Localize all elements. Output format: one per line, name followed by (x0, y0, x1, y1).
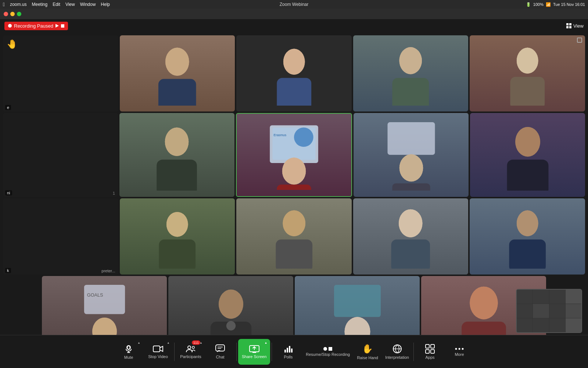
apps-button[interactable]: Apps (415, 339, 445, 365)
video-icon (153, 345, 163, 353)
tile-10 (470, 113, 585, 197)
svg-rect-36 (391, 240, 430, 269)
share-screen-button[interactable]: ▲ Share Screen (238, 339, 270, 365)
svg-point-28 (515, 127, 540, 157)
chat-button[interactable]: Chat (205, 339, 235, 365)
mini-cell-6 (533, 304, 549, 318)
more-button[interactable]: More (445, 339, 474, 365)
video-row-2: ni 1 Erasmus (3, 113, 585, 197)
svg-point-5 (283, 49, 305, 74)
stop-video-label: Stop Video (148, 354, 168, 359)
recording-label: Recording Paused (14, 23, 53, 29)
participants-count-badge: 111 (192, 340, 200, 345)
participant-3-video (262, 41, 326, 106)
tile-1: 🤚 e (3, 35, 118, 112)
top-bar: Recording Paused View (0, 19, 588, 32)
menu-view[interactable]: View (65, 2, 75, 7)
view-label: View (573, 23, 584, 29)
tile-3 (236, 35, 352, 112)
menu-edit[interactable]: Edit (53, 2, 60, 7)
stop-video-button[interactable]: ▲ Stop Video (143, 339, 173, 365)
participant-8-video: Erasmus (262, 120, 326, 190)
recording-badge: Recording Paused (4, 22, 68, 30)
svg-point-40 (517, 210, 538, 236)
minimize-button[interactable] (10, 12, 15, 16)
toolbar-sep-3 (272, 343, 272, 361)
recording-icons (323, 347, 332, 351)
participant-2-video (146, 41, 209, 106)
svg-point-8 (399, 47, 422, 74)
recording-stop-button[interactable] (61, 24, 64, 28)
mini-cell-9 (517, 318, 533, 332)
fullscreen-icon (577, 38, 582, 43)
recording-play-button[interactable] (55, 24, 59, 28)
close-button[interactable] (4, 12, 8, 16)
svg-rect-13 (157, 160, 197, 191)
interpretation-button[interactable]: Interpretation (382, 339, 412, 365)
share-caret[interactable]: ▲ (264, 341, 267, 344)
svg-rect-33 (276, 240, 312, 269)
svg-text:GOALS: GOALS (87, 292, 103, 298)
menu-meeting[interactable]: Meeting (32, 2, 47, 7)
svg-rect-7 (392, 78, 429, 106)
menu-window[interactable]: Window (80, 2, 96, 7)
wifi-icon: 📶 (546, 2, 551, 7)
toolbar: ▲ Mute ▲ Stop Video ▲ 111 Participants (0, 335, 588, 368)
recording-button[interactable]: Resume/Stop Recording (303, 339, 353, 365)
participant-4-video (379, 41, 442, 106)
svg-rect-22 (387, 122, 435, 155)
tile-11-extra: preter... (101, 269, 115, 273)
polls-label: Polls (284, 355, 293, 359)
menu-help[interactable]: Help (101, 2, 110, 7)
more-icon (455, 347, 464, 351)
view-button[interactable]: View (566, 23, 584, 29)
svg-rect-41 (84, 285, 125, 314)
mini-cell-10 (533, 318, 549, 332)
participant-7-video (145, 119, 208, 190)
tile-15 (470, 198, 585, 275)
clock: Tue 15 Nov 16:01 (553, 2, 585, 7)
mute-icon (124, 344, 133, 354)
participants-icon (186, 345, 196, 353)
apps-icon (425, 344, 435, 354)
record-circle-icon (323, 347, 327, 351)
mini-cell-4 (566, 290, 581, 304)
svg-point-31 (166, 212, 188, 237)
tile-9 (354, 113, 469, 197)
maximize-button[interactable] (17, 12, 21, 16)
mute-label: Mute (124, 355, 133, 360)
menu-zoom[interactable]: zoom.us (10, 2, 26, 7)
traffic-lights[interactable] (4, 12, 21, 16)
apple-icon[interactable]:  (3, 1, 5, 7)
participants-button[interactable]: ▲ 111 Participants (176, 339, 205, 365)
svg-point-34 (283, 210, 305, 236)
svg-rect-64 (216, 345, 225, 351)
svg-rect-71 (287, 348, 288, 353)
svg-rect-78 (426, 350, 429, 353)
svg-rect-1 (158, 79, 196, 106)
mute-button[interactable]: ▲ Mute (114, 339, 143, 365)
svg-rect-72 (289, 346, 290, 353)
grid-view-icon (566, 23, 571, 28)
svg-rect-50 (334, 285, 380, 317)
participants-label: Participants (180, 354, 201, 359)
svg-rect-39 (509, 240, 546, 269)
video-caret[interactable]: ▲ (167, 341, 170, 344)
polls-button[interactable]: Polls (273, 339, 303, 365)
chat-icon (215, 344, 225, 353)
svg-point-21 (282, 158, 306, 184)
svg-text:Erasmus: Erasmus (273, 133, 286, 137)
svg-rect-4 (277, 78, 311, 106)
participant-12-video (146, 204, 209, 269)
tile-6-extra: 1 (113, 191, 115, 195)
svg-rect-61 (153, 346, 160, 352)
participant-14-video (379, 204, 442, 269)
mute-caret[interactable]: ▲ (137, 341, 140, 344)
apps-label: Apps (425, 355, 434, 360)
tile-8: Erasmus (236, 113, 352, 197)
battery-icon: 🔋 (526, 2, 531, 7)
svg-rect-70 (284, 350, 286, 353)
svg-point-2 (165, 47, 189, 75)
raise-hand-button[interactable]: ✋ Raise Hand (353, 339, 382, 365)
tile-11-label: k (5, 268, 11, 273)
